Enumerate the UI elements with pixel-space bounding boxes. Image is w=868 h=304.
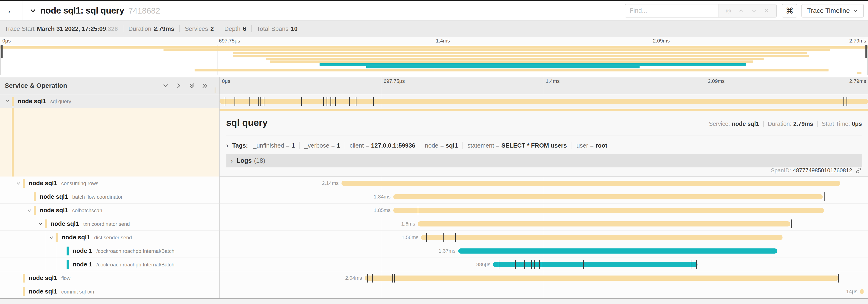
chevron-right-icon: › — [230, 157, 233, 164]
span-row[interactable]: node sql1txn coordinator send1.6ms — [0, 217, 868, 231]
tree-guide-line — [46, 231, 46, 244]
row-chevron-down-icon[interactable] — [16, 181, 21, 186]
collapse-all-icon[interactable] — [188, 82, 195, 89]
span-name-column[interactable]: node 1/cockroach.roachpb.Internal/Batch — [0, 258, 220, 271]
view-selector-button[interactable]: Trace Timeline — [801, 4, 864, 18]
row-chevron-down-icon[interactable] — [5, 99, 10, 104]
span-timeline-cell[interactable]: 886μs — [220, 258, 868, 271]
span-row[interactable]: node 1/cockroach.roachpb.Internal/Batch1… — [0, 244, 868, 258]
span-row[interactable]: node 1/cockroach.roachpb.Internal/Batch8… — [0, 258, 868, 271]
span-duration-bar[interactable] — [393, 194, 823, 199]
span-name-column[interactable]: node sql1batch flow coordinator — [0, 190, 220, 204]
span-row[interactable]: node sql1batch flow coordinator1.84ms — [0, 190, 868, 204]
log-marker-tick — [332, 97, 332, 106]
row-chevron-down-icon[interactable] — [49, 235, 54, 240]
span-timeline-cell[interactable]: 1.56ms — [220, 231, 868, 244]
span-duration-label: 1.6ms — [401, 221, 418, 227]
span-row[interactable]: node sql1consuming rows2.14ms — [0, 176, 868, 190]
span-duration-bar[interactable] — [421, 235, 782, 240]
log-marker-tick — [455, 233, 456, 242]
minimap-span-bar — [194, 69, 828, 71]
tags-accordion[interactable]: › Tags: _unfinished=1_verbose=1client=12… — [226, 139, 862, 151]
span-timeline-cell[interactable]: 1.85ms — [220, 204, 868, 217]
locate-icon[interactable]: ◎ — [726, 7, 731, 14]
span-timeline-cell[interactable]: 14μs — [220, 285, 868, 298]
span-timeline-cell[interactable]: 1.84ms — [220, 190, 868, 204]
log-marker-tick — [356, 97, 356, 106]
find-prev-icon[interactable] — [738, 8, 744, 13]
row-chevron-down-icon[interactable] — [38, 221, 43, 227]
column-resize-grip[interactable]: ∥ — [214, 87, 217, 93]
span-name-column[interactable]: node sql1commit sql txn — [0, 285, 220, 298]
span-timeline-cell[interactable]: 1.37ms — [220, 244, 868, 258]
axis-tick-label: 2.09ms — [708, 78, 724, 84]
span-row[interactable]: node sql1flow2.04ms — [0, 271, 868, 285]
span-duration-label: 2.04ms — [345, 275, 365, 281]
collapse-title-chevron-icon[interactable] — [29, 7, 36, 14]
tag-key: node — [425, 142, 438, 149]
clear-find-icon[interactable]: ✕ — [764, 7, 769, 14]
span-timeline-cell[interactable]: 2.04ms — [220, 271, 868, 285]
link-icon[interactable] — [856, 167, 862, 174]
span-duration-label: 1.56ms — [402, 234, 421, 240]
span-duration-bar[interactable] — [418, 221, 790, 227]
span-name-column[interactable]: node sql1dist sender send — [0, 231, 220, 244]
span-duration-bar[interactable] — [220, 99, 868, 104]
keyboard-shortcuts-button[interactable]: ⌘ — [782, 4, 797, 18]
span-timeline-cell[interactable] — [220, 94, 868, 108]
command-icon: ⌘ — [785, 6, 794, 15]
span-name-column[interactable]: node sql1txn coordinator send — [0, 217, 220, 231]
span-duration-bar[interactable] — [341, 181, 840, 186]
span-row[interactable]: node sql1commit sql txn14μs — [0, 285, 868, 298]
span-timeline-cell[interactable]: 2.14ms — [220, 176, 868, 190]
duration-value: 2.79ms — [793, 121, 813, 127]
log-marker-tick — [691, 260, 691, 269]
logs-accordion[interactable]: › Logs (18) — [226, 154, 862, 167]
expand-one-icon[interactable] — [175, 82, 182, 89]
minimap-span-bar — [0, 46, 868, 48]
log-marker-tick — [373, 97, 374, 106]
span-duration-bar[interactable] — [458, 248, 777, 254]
timeline-minimap[interactable] — [0, 45, 868, 75]
span-row[interactable]: node sql1sql query — [0, 94, 868, 108]
span-row[interactable]: node sql1colbatchscan1.85ms — [0, 204, 868, 217]
back-button[interactable]: ← — [0, 1, 23, 20]
log-marker-tick — [583, 260, 584, 269]
minimap-left-scrubber[interactable] — [1, 45, 3, 58]
summary-label: Depth — [224, 25, 240, 32]
service-label: Service: — [709, 121, 730, 127]
find-next-icon[interactable] — [751, 8, 757, 13]
collapse-one-icon[interactable] — [162, 82, 169, 89]
log-marker-tick — [542, 260, 542, 269]
tag-key: client — [350, 142, 364, 149]
span-name-column[interactable]: node 1/cockroach.roachpb.Internal/Batch — [0, 244, 220, 258]
summary-label: Trace Start — [5, 25, 35, 32]
span-duration-bar[interactable] — [393, 208, 824, 213]
span-id-value: 4877749850101760812 — [793, 167, 852, 174]
span-row[interactable]: node sql1dist sender send1.56ms — [0, 231, 868, 244]
log-marker-tick — [330, 97, 331, 106]
minimap-right-scrubber[interactable] — [865, 45, 867, 58]
axis-tick-label: 2.09ms — [653, 38, 670, 44]
span-duration-bar[interactable] — [365, 275, 839, 281]
tag-equals: = — [366, 142, 369, 149]
span-service-name: node sql1batch flow coordinator — [40, 193, 123, 200]
span-detail-panel: sql query Service: node sql1 Duration: 2… — [220, 108, 868, 176]
span-name-column[interactable]: node sql1flow — [0, 271, 220, 285]
span-name-column[interactable]: node sql1consuming rows — [0, 176, 220, 190]
chevron-down-icon — [853, 8, 858, 13]
expand-all-icon[interactable] — [202, 82, 208, 89]
find-input[interactable] — [625, 4, 718, 17]
span-name-column[interactable]: node sql1sql query — [0, 94, 220, 108]
span-timeline-cell[interactable]: 1.6ms — [220, 217, 868, 231]
minimap-span-bar — [233, 52, 807, 54]
tag-key: user — [577, 142, 588, 149]
span-duration-bar[interactable] — [860, 289, 864, 294]
row-chevron-down-icon[interactable] — [27, 208, 32, 213]
span-name-column[interactable]: node sql1colbatchscan — [0, 204, 220, 217]
header-controls: ◎ ✕ ⌘ Trace Timeline — [625, 4, 864, 18]
log-marker-tick — [426, 233, 427, 242]
span-operation-name: sql query — [50, 99, 71, 104]
log-marker-tick — [515, 260, 516, 269]
minimap-span-bar — [163, 49, 830, 52]
